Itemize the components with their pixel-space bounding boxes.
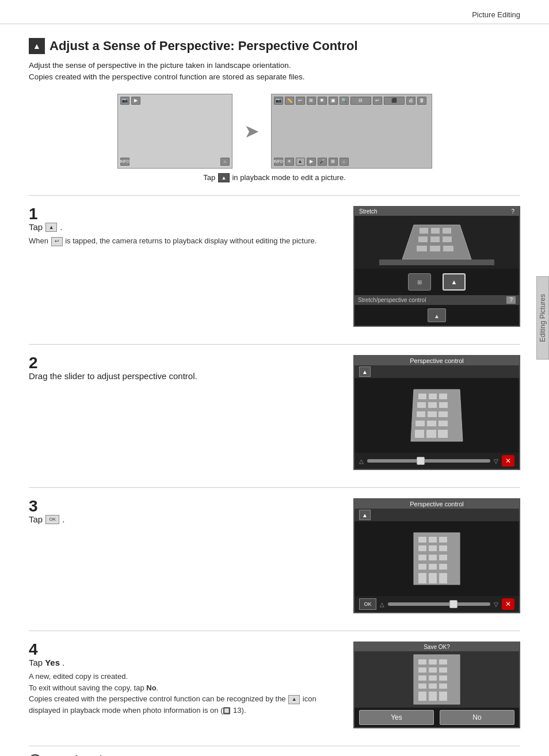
- svg-rect-49: [439, 667, 447, 673]
- cam-menu-icon-8: ⊟: [350, 97, 371, 105]
- svg-rect-58: [439, 692, 447, 701]
- svg-rect-38: [429, 564, 437, 570]
- svg-rect-9: [443, 246, 453, 251]
- step-3-image: Perspective control ▲: [353, 498, 520, 613]
- no-button[interactable]: No: [440, 710, 514, 725]
- home2-icon: ⌂: [340, 158, 349, 166]
- svg-rect-47: [418, 667, 426, 673]
- top-icons: 📷 ▶: [120, 97, 230, 105]
- svg-rect-39: [439, 564, 447, 570]
- slider-thumb-3[interactable]: [449, 600, 458, 608]
- step-4-preview: [354, 651, 519, 708]
- perspective-slider-3[interactable]: [388, 602, 490, 606]
- stretch-btn[interactable]: ⊞: [408, 273, 431, 291]
- step-4-desc: A new, edited copy is created. To exit w…: [29, 671, 340, 716]
- perspective-slider[interactable]: [367, 459, 490, 463]
- svg-rect-41: [429, 573, 437, 583]
- svg-rect-53: [418, 684, 426, 689]
- perspective-icon-3: ▲: [359, 510, 371, 520]
- step-1-buttons: ⊞ ▲: [354, 269, 519, 295]
- perspective-btn-icon: ▲: [296, 158, 305, 166]
- svg-rect-48: [429, 667, 437, 673]
- slider-area: △ ▽ ✕: [354, 453, 519, 469]
- step-3-top-bar: ▲: [354, 509, 519, 521]
- step-4-number: 4: [29, 642, 340, 658]
- slider-thumb[interactable]: [417, 457, 425, 465]
- svg-rect-21: [415, 421, 425, 426]
- step-1-title: Tap ▲.: [29, 222, 340, 232]
- step-1-screen: Stretch ?: [353, 206, 520, 327]
- more-info-section: 🔍 More Information See "Image/Sound File…: [29, 746, 520, 756]
- perspective-icon: ▲: [29, 38, 45, 54]
- slider-right-icon: ▽: [494, 458, 498, 464]
- screenshot-caption: Tap ▲ in playback mode to edit a picture…: [29, 173, 520, 183]
- svg-rect-46: [439, 659, 447, 665]
- mic-icon: 🎤: [318, 158, 327, 166]
- step-4-screen: Save OK?: [353, 642, 520, 728]
- svg-rect-4: [418, 236, 428, 242]
- slider3-right: ▽: [494, 601, 498, 608]
- cancel-btn-2[interactable]: ✕: [502, 455, 514, 467]
- after-screen: 📷 ✏️ ↩ ⊞ ✖ ▣ 🔍 ⊟ ↩ ⬛ 🖨 🗑 INFO ☀ ▲: [271, 94, 432, 169]
- svg-rect-57: [429, 692, 437, 701]
- svg-rect-25: [426, 430, 436, 438]
- svg-rect-34: [418, 555, 426, 560]
- svg-rect-13: [429, 394, 437, 399]
- svg-rect-6: [443, 236, 452, 242]
- step-3-screen: Perspective control ▲: [353, 498, 520, 613]
- ok-btn-3[interactable]: OK: [359, 598, 376, 610]
- perspective-inline-icon: ▲: [288, 695, 300, 704]
- save-ok-title: Save OK?: [354, 643, 519, 651]
- svg-rect-3: [443, 228, 451, 234]
- step-4-title: Tap Yes.: [29, 658, 340, 667]
- step-2: 2 Drag the slider to adjust perspective …: [29, 344, 520, 470]
- before-screen: 📷 ▶ INFO ⌂: [117, 94, 232, 169]
- section-title: ▲ Adjust a Sense of Perspective: Perspec…: [29, 38, 520, 54]
- step-1-preview: [354, 216, 519, 269]
- ok-icon: OK: [45, 515, 59, 524]
- svg-rect-32: [429, 545, 437, 551]
- building-svg-1: [379, 219, 494, 265]
- cam-menu-icon-5: ✖: [318, 97, 327, 105]
- page: Picture Editing Editing Pictures ▲ Adjus…: [0, 0, 549, 756]
- svg-rect-44: [418, 659, 426, 665]
- sun-icon: ☀: [285, 158, 294, 166]
- step-3: 3 Tap OK. Perspective control ▲: [29, 487, 520, 613]
- cancel-btn-3[interactable]: ✕: [502, 598, 514, 610]
- step-3-left: 3 Tap OK.: [29, 498, 340, 528]
- svg-rect-54: [429, 684, 437, 689]
- perspective-btn-active[interactable]: ▲: [443, 273, 466, 291]
- step-4-left: 4 Tap Yes. A new, edited copy is created…: [29, 642, 340, 716]
- intro-screenshots: 📷 ▶ INFO ⌂ ➤ 📷 ✏️ ↩ ⊞ ✖ ▣: [29, 94, 520, 169]
- question-icon: ?: [511, 208, 514, 215]
- svg-rect-2: [431, 228, 440, 234]
- perspective-tap-icon: ▲: [45, 223, 57, 232]
- slider-left-icon: △: [359, 458, 364, 464]
- play2-icon: ▶: [307, 158, 316, 166]
- svg-rect-55: [439, 684, 447, 689]
- cam-menu-icon-9: ↩: [373, 97, 382, 105]
- page-header: Picture Editing: [0, 0, 549, 24]
- svg-rect-7: [417, 246, 427, 251]
- step-1-desc: When ↩ is tapped, the camera returns to …: [29, 235, 340, 247]
- perspective-icon-2: ▲: [359, 366, 371, 377]
- step-1-screen-header: Stretch ?: [354, 207, 519, 216]
- building-svg-2: [373, 387, 500, 444]
- svg-rect-19: [428, 411, 437, 417]
- svg-rect-51: [429, 675, 437, 681]
- cam-menu-icon-12: 🗑: [417, 97, 426, 105]
- svg-rect-16: [428, 402, 437, 408]
- bottom-menu-icons: INFO ☀ ▲ ▶ 🎤 ⊞ ⌂: [274, 158, 429, 166]
- question2-icon: ?: [506, 296, 516, 304]
- building-svg-3: [373, 530, 500, 587]
- step-2-screen: Perspective control ▲: [353, 355, 520, 470]
- grid-icon: ⊞: [329, 158, 338, 166]
- svg-rect-30: [439, 537, 447, 543]
- svg-rect-23: [439, 421, 448, 426]
- step-4-image: Save OK?: [353, 642, 520, 728]
- slider-area-3: OK △ ▽ ✕: [354, 596, 519, 612]
- step-2-title: Drag the slider to adjust perspective co…: [29, 371, 340, 381]
- step-4: 4 Tap Yes. A new, edited copy is created…: [29, 631, 520, 728]
- yes-button[interactable]: Yes: [359, 710, 434, 725]
- svg-rect-20: [439, 411, 448, 417]
